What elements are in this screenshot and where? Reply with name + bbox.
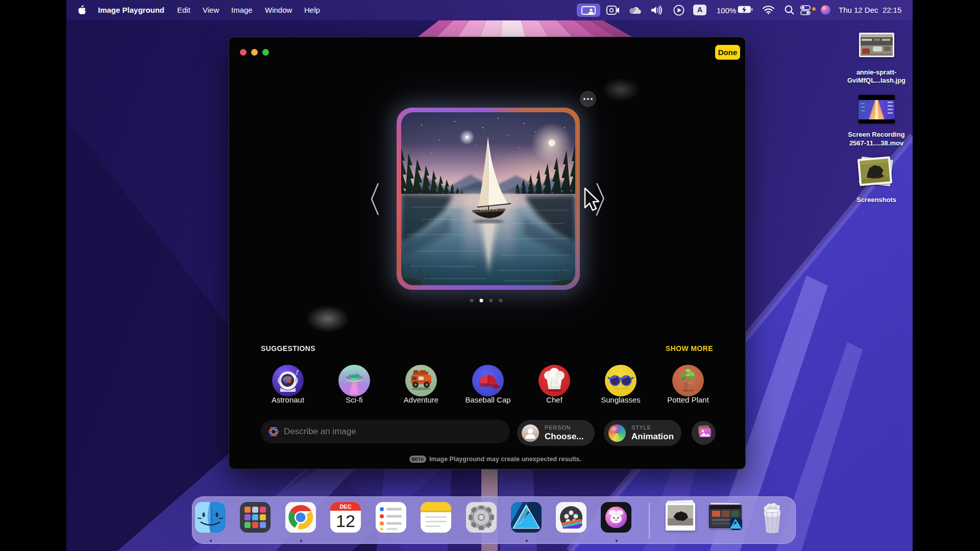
svg-text:DEC: DEC [339, 504, 351, 510]
svg-text:12: 12 [336, 511, 355, 531]
